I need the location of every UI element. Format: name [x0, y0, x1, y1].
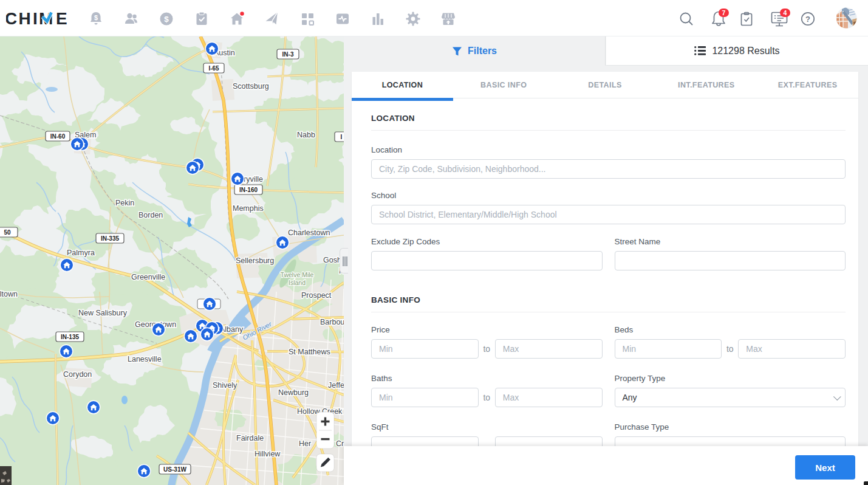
- svg-text:Newburg: Newburg: [278, 388, 309, 397]
- svg-text:H: H: [19, 9, 31, 28]
- svg-text:IN-335: IN-335: [101, 235, 119, 242]
- svg-text:Barbourm: Barbourm: [320, 318, 344, 326]
- svg-text:Twelve Mile: Twelve Mile: [281, 271, 314, 278]
- svg-text:Island: Island: [289, 279, 306, 286]
- svg-text:Pekin: Pekin: [115, 199, 134, 207]
- svg-text:Her: Her: [299, 439, 311, 448]
- svg-text:IN-3: IN-3: [282, 51, 294, 58]
- svg-text:4: 4: [784, 9, 787, 16]
- svg-text:Hillview: Hillview: [255, 450, 281, 458]
- svg-text:New Salisbury: New Salisbury: [78, 309, 128, 317]
- svg-text:IN-135: IN-135: [61, 334, 79, 340]
- svg-text:Prospect: Prospect: [301, 291, 332, 300]
- svg-text:?: ?: [805, 15, 810, 24]
- svg-text:50: 50: [4, 229, 11, 236]
- svg-text:Palmyra: Palmyra: [67, 249, 95, 257]
- svg-text:Fairdale: Fairdale: [236, 434, 264, 442]
- svg-text:Corydon: Corydon: [63, 370, 92, 379]
- svg-text:C: C: [6, 9, 17, 28]
- svg-text:Memphis: Memphis: [233, 204, 264, 213]
- svg-text:Jeffe: Jeffe: [328, 381, 344, 390]
- svg-text:Cre: Cre: [336, 439, 344, 448]
- svg-text:IN-160: IN-160: [239, 187, 258, 193]
- svg-text:Sellersburg: Sellersburg: [236, 256, 274, 265]
- svg-text:7: 7: [722, 9, 726, 16]
- svg-text:Nabb: Nabb: [297, 131, 315, 139]
- svg-text:ryville: ryville: [244, 175, 263, 184]
- svg-text:E: E: [56, 9, 67, 28]
- svg-text:Scottsburg: Scottsburg: [233, 82, 269, 91]
- svg-text:$: $: [164, 15, 169, 24]
- svg-text:I-65: I-65: [208, 65, 219, 72]
- svg-text:Shively: Shively: [213, 381, 238, 390]
- svg-text:US-31W: US-31W: [163, 466, 186, 473]
- svg-text:I: I: [33, 9, 38, 28]
- svg-text:Gosh: Gosh: [323, 256, 341, 264]
- svg-text:Greenville: Greenville: [131, 273, 165, 281]
- svg-text:Borden: Borden: [138, 211, 163, 219]
- svg-text:I: I: [341, 134, 343, 140]
- svg-text:lltown: lltown: [0, 290, 18, 298]
- svg-text:$: $: [94, 14, 98, 21]
- svg-text:St Matthews: St Matthews: [289, 348, 330, 356]
- svg-text:IN-60: IN-60: [50, 133, 66, 140]
- svg-text:Lanesville: Lanesville: [128, 355, 162, 363]
- svg-text:Charlestown: Charlestown: [288, 229, 330, 237]
